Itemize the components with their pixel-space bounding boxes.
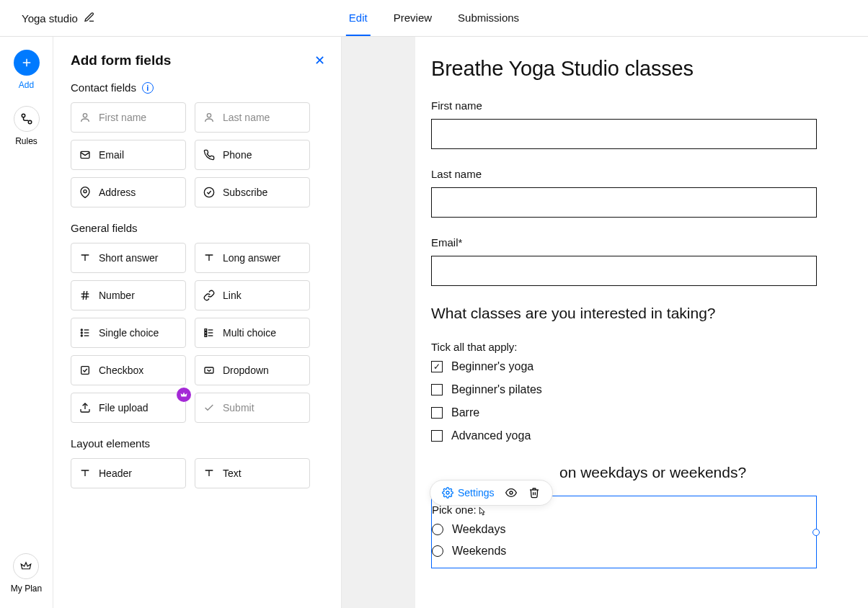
svg-rect-19 xyxy=(205,329,207,331)
svg-rect-25 xyxy=(81,367,89,375)
app-header: Yoga studio Edit Preview Submissions xyxy=(0,0,868,37)
link-icon xyxy=(203,290,216,301)
canvas-gap xyxy=(342,37,415,608)
general-fields-label: General fields xyxy=(71,222,138,234)
my-plan-label: My Plan xyxy=(11,584,42,594)
field-last-name[interactable]: Last name xyxy=(195,102,310,133)
text-icon xyxy=(79,252,92,264)
svg-rect-26 xyxy=(205,367,213,373)
checkbox-caption: Tick all that apply: xyxy=(431,341,848,353)
svg-point-17 xyxy=(81,335,82,336)
svg-point-2 xyxy=(22,114,25,117)
svg-point-3 xyxy=(28,120,32,124)
page-title: Yoga studio xyxy=(22,12,78,24)
delete-button[interactable] xyxy=(528,486,541,499)
contact-fields-label: Contact fields xyxy=(71,81,136,94)
svg-point-13 xyxy=(81,329,82,331)
checkbox-icon[interactable] xyxy=(431,407,443,419)
visibility-button[interactable] xyxy=(505,486,518,499)
edit-title-icon[interactable] xyxy=(84,12,95,25)
form-canvas[interactable]: Breathe Yoga Studio classes First name L… xyxy=(415,37,868,608)
opt-weekends[interactable]: Weekends xyxy=(432,545,816,558)
left-rail: Add Rules My Plan xyxy=(0,37,53,608)
check-icon xyxy=(203,402,216,413)
field-email[interactable]: Email xyxy=(71,140,186,170)
svg-line-12 xyxy=(86,291,87,300)
svg-rect-21 xyxy=(205,332,207,334)
panel-title: Add form fields xyxy=(71,53,171,68)
my-plan-button[interactable] xyxy=(13,553,39,579)
svg-rect-23 xyxy=(205,335,207,337)
field-first-name[interactable]: First name xyxy=(71,102,186,133)
checkbox-icon[interactable] xyxy=(431,361,443,372)
opt-beginners-yoga[interactable]: Beginner's yoga xyxy=(431,360,848,373)
input-email[interactable] xyxy=(431,256,817,286)
opt-weekdays[interactable]: Weekdays xyxy=(432,523,816,536)
person-icon xyxy=(79,112,92,123)
field-number[interactable]: Number xyxy=(71,280,186,310)
svg-point-4 xyxy=(83,114,87,117)
tab-submissions[interactable]: Submissions xyxy=(455,0,522,36)
premium-badge-icon xyxy=(177,388,191,402)
rules-button[interactable] xyxy=(14,106,40,132)
field-subscribe[interactable]: Subscribe xyxy=(195,177,310,207)
layout-header[interactable]: Header xyxy=(71,458,186,488)
svg-point-5 xyxy=(207,114,211,117)
add-label: Add xyxy=(19,80,34,90)
check-circle-icon xyxy=(203,187,216,198)
radio-icon[interactable] xyxy=(432,545,443,557)
field-phone[interactable]: Phone xyxy=(195,140,310,170)
svg-point-29 xyxy=(510,491,513,494)
input-last-name[interactable] xyxy=(431,187,817,218)
upload-icon xyxy=(79,402,92,413)
field-address[interactable]: Address xyxy=(71,177,186,207)
close-panel-button[interactable]: ✕ xyxy=(314,53,337,68)
layout-elements-label: Layout elements xyxy=(71,437,150,450)
svg-point-15 xyxy=(81,332,82,334)
text-icon xyxy=(203,252,216,264)
question-days-heading-tail[interactable]: on weekdays or weekends? xyxy=(559,464,848,481)
field-long-answer[interactable]: Long answer xyxy=(195,243,310,273)
field-checkbox[interactable]: Checkbox xyxy=(71,355,186,385)
svg-line-11 xyxy=(83,291,84,300)
field-single-choice[interactable]: Single choice xyxy=(71,318,186,348)
add-button[interactable] xyxy=(14,50,40,76)
checkbox-icon[interactable] xyxy=(431,384,443,395)
label-first-name: First name xyxy=(431,99,848,112)
multilist-icon xyxy=(203,327,216,339)
rules-label: Rules xyxy=(15,136,37,146)
field-multi-choice[interactable]: Multi choice xyxy=(195,318,310,348)
field-submit[interactable]: Submit xyxy=(195,393,310,423)
location-icon xyxy=(79,187,92,198)
question-classes-heading[interactable]: What classes are you interested in takin… xyxy=(431,305,848,322)
radio-icon[interactable] xyxy=(432,524,443,535)
settings-button[interactable]: Settings xyxy=(442,487,495,499)
form-title[interactable]: Breathe Yoga Studio classes xyxy=(431,57,848,81)
info-icon[interactable]: i xyxy=(142,82,154,94)
view-tabs: Edit Preview Submissions xyxy=(346,0,522,36)
svg-point-7 xyxy=(84,190,87,193)
email-icon xyxy=(79,149,92,161)
layout-text[interactable]: Text xyxy=(195,458,310,488)
header-icon xyxy=(79,468,92,479)
hash-icon xyxy=(79,290,92,301)
tab-preview[interactable]: Preview xyxy=(391,0,435,36)
element-toolbar: Settings xyxy=(430,480,553,506)
field-file-upload[interactable]: File upload xyxy=(71,393,186,423)
label-last-name: Last name xyxy=(431,168,848,180)
input-first-name[interactable] xyxy=(431,119,817,149)
field-link[interactable]: Link xyxy=(195,280,310,310)
field-short-answer[interactable]: Short answer xyxy=(71,243,186,273)
selected-radio-group[interactable]: Pick one: Weekdays Weekends xyxy=(431,496,817,568)
phone-icon xyxy=(203,149,216,161)
checkbox-icon[interactable] xyxy=(431,430,443,442)
opt-barre[interactable]: Barre xyxy=(431,406,848,419)
tab-edit[interactable]: Edit xyxy=(346,0,371,36)
opt-beginners-pilates[interactable]: Beginner's pilates xyxy=(431,383,848,396)
checkbox-options: Beginner's yoga Beginner's pilates Barre… xyxy=(431,360,848,442)
field-dropdown[interactable]: Dropdown xyxy=(195,355,310,385)
dropdown-icon xyxy=(203,365,216,376)
opt-advanced-yoga[interactable]: Advanced yoga xyxy=(431,429,848,442)
person-icon xyxy=(203,112,216,123)
svg-point-28 xyxy=(446,491,449,494)
